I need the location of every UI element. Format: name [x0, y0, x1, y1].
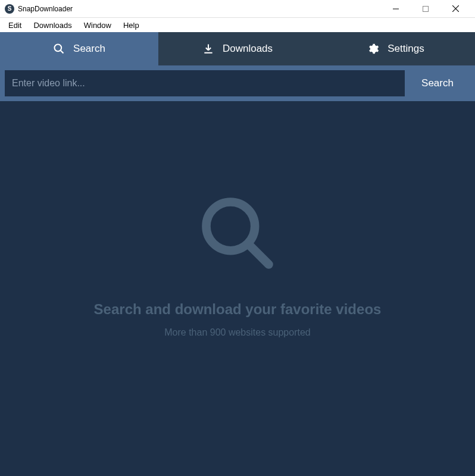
- gear-icon: [367, 43, 379, 55]
- svg-line-7: [248, 244, 269, 265]
- main-content: Search and download your favorite videos…: [0, 101, 475, 476]
- menu-help[interactable]: Help: [117, 20, 145, 31]
- svg-point-4: [55, 45, 62, 52]
- app-icon: S: [5, 4, 14, 14]
- empty-state-headline: Search and download your favorite videos: [94, 301, 382, 318]
- tab-settings[interactable]: Settings: [317, 32, 475, 65]
- tab-downloads[interactable]: Downloads: [158, 32, 317, 65]
- app-title: SnapDownloader: [18, 5, 387, 13]
- menu-bar: Edit Downloads Window Help: [0, 18, 475, 32]
- close-button[interactable]: [446, 0, 464, 18]
- svg-rect-1: [423, 6, 429, 11]
- menu-downloads[interactable]: Downloads: [27, 20, 77, 31]
- maximize-button[interactable]: [417, 0, 435, 18]
- search-bar: Search: [0, 65, 475, 101]
- search-large-icon: [196, 192, 279, 277]
- empty-state-subtext: More than 900 websites supported: [164, 327, 310, 338]
- svg-line-5: [61, 51, 64, 54]
- tab-downloads-label: Downloads: [223, 43, 273, 55]
- minimize-button[interactable]: [387, 0, 405, 18]
- menu-window[interactable]: Window: [78, 20, 117, 31]
- tab-settings-label: Settings: [388, 43, 424, 55]
- search-button[interactable]: Search: [405, 70, 470, 96]
- menu-edit[interactable]: Edit: [2, 20, 27, 31]
- tabs: Search Downloads Settings: [0, 32, 475, 65]
- tab-search-label: Search: [73, 43, 105, 55]
- title-bar: S SnapDownloader: [0, 0, 475, 18]
- tab-search[interactable]: Search: [0, 32, 158, 65]
- search-input[interactable]: [5, 70, 405, 96]
- search-icon: [53, 43, 65, 55]
- window-controls: [387, 0, 470, 18]
- download-icon: [202, 43, 214, 55]
